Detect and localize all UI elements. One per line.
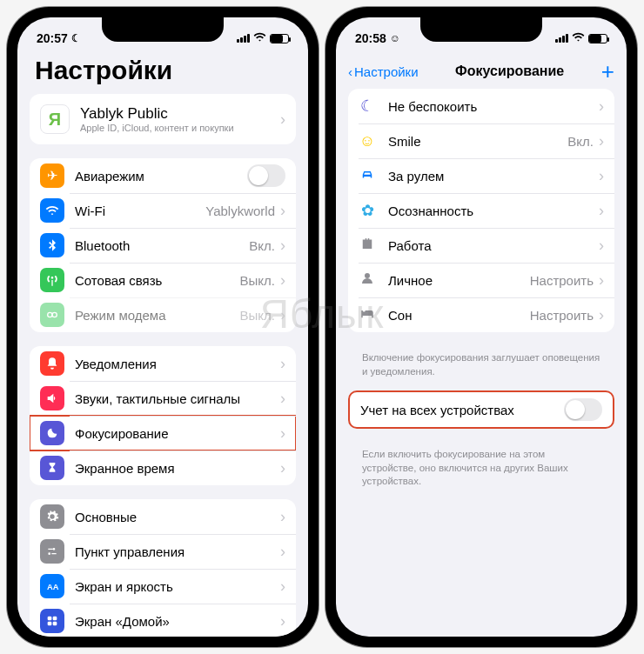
hourglass-icon: [40, 456, 64, 480]
row-bluetooth[interactable]: Bluetooth Вкл. ›: [30, 228, 296, 263]
status-time: 20:57: [37, 31, 68, 45]
battery-icon: [270, 34, 289, 43]
focus-indicator-icon: ☺: [390, 32, 400, 44]
chevron-icon: ›: [280, 424, 285, 443]
chevron-left-icon: ‹: [348, 64, 352, 79]
status-time: 20:58: [355, 31, 386, 45]
mode-smile[interactable]: ☺ Smile Вкл. ›: [348, 123, 614, 158]
row-focus[interactable]: Фокусирование ›: [30, 416, 296, 450]
profile-name: Yablyk Public: [80, 105, 280, 123]
car-icon: [359, 166, 376, 186]
row-general[interactable]: Основные ›: [30, 499, 296, 534]
modes-footer: Включение фокусирования заглушает оповещ…: [348, 346, 614, 390]
profile-avatar: Я: [40, 104, 70, 134]
add-focus-button[interactable]: +: [601, 58, 614, 85]
smile-icon: ☺: [359, 132, 376, 150]
briefcase-icon: [359, 236, 376, 256]
screen-settings: 20:57 ☾ Настройки Я Yab: [17, 17, 308, 637]
mode-work[interactable]: Работа ›: [348, 228, 614, 263]
bed-icon: [359, 305, 376, 325]
chevron-icon: ›: [599, 132, 604, 150]
page-title: Настройки: [30, 54, 296, 94]
chevron-icon: ›: [280, 390, 285, 408]
row-home[interactable]: Экран «Домой» ›: [30, 604, 296, 637]
connectivity-group: ✈ Авиарежим Wi-Fi Yablykworld ›: [30, 158, 296, 332]
wifi-icon: [253, 30, 266, 46]
mode-personal[interactable]: Личное Настроить ›: [348, 263, 614, 297]
row-screentime[interactable]: Экранное время ›: [30, 450, 296, 485]
phone-left: 20:57 ☾ Настройки Я Yab: [7, 7, 319, 647]
bluetooth-icon: [40, 233, 64, 257]
speaker-icon: [40, 386, 64, 410]
chevron-icon: ›: [280, 237, 285, 255]
mode-dnd[interactable]: ☾ Не беспокоить ›: [348, 89, 614, 123]
airplane-toggle[interactable]: [247, 164, 285, 187]
antenna-icon: [40, 268, 64, 292]
gear-icon: [40, 504, 64, 529]
apple-id-row[interactable]: Я Yablyk Public Apple ID, iCloud, контен…: [30, 94, 296, 144]
chevron-icon: ›: [599, 271, 604, 290]
svg-rect-4: [53, 617, 57, 621]
share-footer: Если включить фокусирование на этом устр…: [348, 443, 614, 501]
svg-rect-3: [48, 617, 52, 621]
person-icon: [359, 270, 376, 290]
profile-group: Я Yablyk Public Apple ID, iCloud, контен…: [30, 94, 296, 144]
cell-signal-icon: [237, 34, 250, 43]
wifi-icon: [572, 30, 585, 46]
chevron-icon: ›: [280, 355, 285, 373]
notch: [102, 17, 224, 42]
row-control-center[interactable]: Пункт управления ›: [30, 534, 296, 569]
chevron-icon: ›: [280, 508, 285, 526]
cell-signal-icon: [555, 34, 568, 43]
airplane-icon: ✈: [40, 164, 64, 188]
mode-driving[interactable]: За рулем ›: [348, 158, 614, 193]
mode-sleep[interactable]: Сон Настроить ›: [348, 297, 614, 332]
sliders-icon: [40, 539, 64, 564]
battery-icon: [588, 34, 607, 43]
phone-right: 20:58 ☺ ‹ Настройки Фокусирование +: [325, 7, 637, 647]
svg-rect-5: [48, 622, 52, 626]
back-button[interactable]: ‹ Настройки: [348, 64, 419, 79]
chevron-icon: ›: [599, 202, 604, 220]
chevron-icon: ›: [280, 306, 285, 324]
focus-modes-group: ☾ Не беспокоить › ☺ Smile Вкл. ›: [348, 89, 614, 332]
bell-icon: [40, 351, 64, 376]
flower-icon: ✿: [359, 201, 376, 220]
hotspot-icon: [40, 303, 64, 327]
chevron-icon: ›: [599, 167, 604, 185]
svg-point-1: [52, 312, 57, 317]
chevron-icon: ›: [280, 271, 285, 290]
moon-icon: ☾: [359, 97, 376, 116]
nav-bar: ‹ Настройки Фокусирование +: [336, 54, 627, 89]
textsize-icon: AA: [40, 574, 64, 598]
share-toggle[interactable]: [564, 398, 602, 421]
share-across-devices-row[interactable]: Учет на всех устройствах: [350, 392, 613, 427]
chevron-icon: ›: [280, 202, 285, 220]
row-notifications[interactable]: Уведомления ›: [30, 346, 296, 381]
row-wifi[interactable]: Wi-Fi Yablykworld ›: [30, 193, 296, 228]
svg-point-0: [48, 312, 52, 317]
share-group: Учет на всех устройствах: [348, 390, 614, 429]
row-hotspot[interactable]: Режим модема Выкл. ›: [30, 297, 296, 332]
screen-focus: 20:58 ☺ ‹ Настройки Фокусирование +: [336, 17, 627, 637]
moon-icon: [40, 421, 64, 445]
chevron-icon: ›: [280, 577, 285, 596]
nav-title: Фокусирование: [455, 63, 564, 79]
row-sounds[interactable]: Звуки, тактильные сигналы ›: [30, 381, 296, 416]
chevron-icon: ›: [280, 543, 285, 561]
wifi-settings-icon: [40, 198, 64, 223]
chevron-icon: ›: [280, 110, 285, 129]
chevron-icon: ›: [280, 459, 285, 477]
chevron-icon: ›: [599, 237, 604, 255]
row-airplane[interactable]: ✈ Авиарежим: [30, 158, 296, 193]
profile-subtitle: Apple ID, iCloud, контент и покупки: [80, 123, 280, 133]
row-cellular[interactable]: Сотовая связь Выкл. ›: [30, 263, 296, 297]
chevron-icon: ›: [599, 97, 604, 116]
row-display[interactable]: AA Экран и яркость ›: [30, 569, 296, 604]
mode-mindfulness[interactable]: ✿ Осознанность ›: [348, 193, 614, 228]
chevron-icon: ›: [599, 306, 604, 324]
grid-icon: [40, 609, 64, 633]
svg-rect-6: [53, 622, 57, 626]
general-group: Основные › Пункт управления › AA: [30, 499, 296, 637]
svg-text:AA: AA: [47, 583, 59, 591]
